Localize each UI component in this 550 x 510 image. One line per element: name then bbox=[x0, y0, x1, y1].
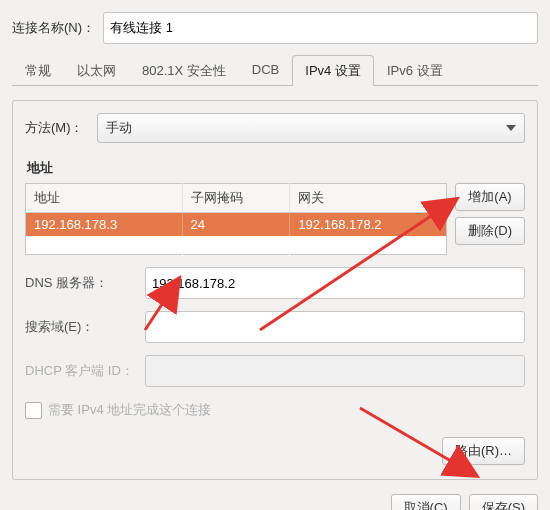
dhcp-client-id-label: DHCP 客户端 ID： bbox=[25, 362, 145, 380]
tab-ethernet[interactable]: 以太网 bbox=[64, 55, 129, 86]
chevron-down-icon bbox=[506, 125, 516, 131]
tab-bar: 常规 以太网 802.1X 安全性 DCB IPv4 设置 IPv6 设置 bbox=[12, 54, 538, 86]
add-button[interactable]: 增加(A) bbox=[455, 183, 525, 211]
col-address[interactable]: 地址 bbox=[26, 184, 183, 213]
table-row-empty bbox=[26, 236, 447, 255]
dns-input[interactable] bbox=[145, 267, 525, 299]
delete-button[interactable]: 删除(D) bbox=[455, 217, 525, 245]
cancel-button[interactable]: 取消(C) bbox=[391, 494, 461, 510]
method-select[interactable]: 手动 bbox=[97, 113, 525, 143]
connection-name-input[interactable] bbox=[103, 12, 538, 44]
dhcp-client-id-input bbox=[145, 355, 525, 387]
tab-ipv4[interactable]: IPv4 设置 bbox=[292, 55, 374, 86]
cell-netmask[interactable]: 24 bbox=[182, 213, 290, 237]
table-row[interactable]: 192.168.178.3 24 192.168.178.2 bbox=[26, 213, 447, 237]
tab-general[interactable]: 常规 bbox=[12, 55, 64, 86]
tab-dcb[interactable]: DCB bbox=[239, 55, 292, 86]
cell-gateway[interactable]: 192.168.178.2 bbox=[290, 213, 447, 237]
require-ipv4-label: 需要 IPv4 地址完成这个连接 bbox=[48, 401, 211, 419]
require-ipv4-checkbox[interactable] bbox=[25, 402, 42, 419]
cell-address[interactable]: 192.168.178.3 bbox=[26, 213, 183, 237]
method-value: 手动 bbox=[106, 119, 132, 137]
save-button[interactable]: 保存(S) bbox=[469, 494, 538, 510]
dns-label: DNS 服务器： bbox=[25, 274, 145, 292]
connection-name-label: 连接名称(N)： bbox=[12, 19, 95, 37]
search-domain-label: 搜索域(E)： bbox=[25, 318, 145, 336]
ipv4-pane: 方法(M)： 手动 地址 地址 子网掩码 网关 192.168.178.3 bbox=[12, 100, 538, 480]
tab-8021x[interactable]: 802.1X 安全性 bbox=[129, 55, 239, 86]
routes-button[interactable]: 路由(R)… bbox=[442, 437, 525, 465]
method-label: 方法(M)： bbox=[25, 119, 97, 137]
addresses-title: 地址 bbox=[27, 159, 525, 177]
search-domain-input[interactable] bbox=[145, 311, 525, 343]
address-table[interactable]: 地址 子网掩码 网关 192.168.178.3 24 192.168.178.… bbox=[25, 183, 447, 255]
col-gateway[interactable]: 网关 bbox=[290, 184, 447, 213]
tab-ipv6[interactable]: IPv6 设置 bbox=[374, 55, 456, 86]
col-netmask[interactable]: 子网掩码 bbox=[182, 184, 290, 213]
